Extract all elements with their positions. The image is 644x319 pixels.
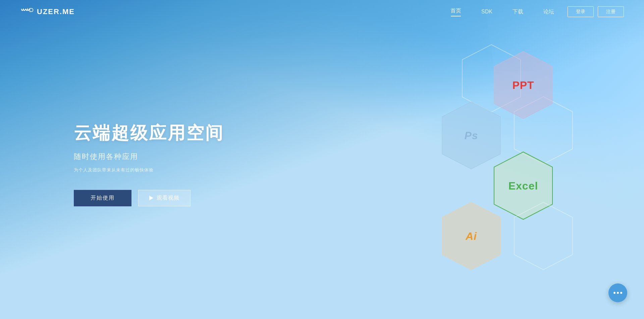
nav-active-indicator xyxy=(451,16,461,16)
logo-text: UZER.ME xyxy=(37,7,75,16)
chat-bubble[interactable] xyxy=(608,283,627,302)
video-button[interactable]: 观看视频 xyxy=(138,190,191,206)
nav-item-home[interactable]: 首页 xyxy=(450,7,461,16)
play-icon xyxy=(149,196,153,200)
logo[interactable]: UZER.ME xyxy=(20,7,75,16)
start-button[interactable]: 开始使用 xyxy=(74,190,131,206)
hero-content: 云端超级应用空间 随时使用各种应用 为个人及团队带来从未有过的畅快体验 开始使用… xyxy=(74,121,224,206)
login-button[interactable]: 登录 xyxy=(568,6,594,17)
video-button-label: 观看视频 xyxy=(157,195,179,202)
hex-outline-bottom xyxy=(513,201,574,271)
hero-subtitle: 随时使用各种应用 xyxy=(74,152,224,162)
svg-marker-6 xyxy=(514,202,573,270)
hero-section: UZER.ME 首页 SDK 下载 论坛 登录 注册 云端超级应用空间 随时使用… xyxy=(0,0,644,319)
nav-buttons: 登录 注册 xyxy=(568,6,624,17)
chat-dot-3 xyxy=(620,292,622,294)
nav-links: 首页 SDK 下载 论坛 xyxy=(450,7,554,16)
chat-dot-1 xyxy=(613,292,615,294)
navbar: UZER.ME 首页 SDK 下载 论坛 登录 注册 xyxy=(0,0,644,23)
chat-dot-2 xyxy=(617,292,619,294)
hex-ai[interactable]: Ai xyxy=(441,201,501,271)
hero-actions: 开始使用 观看视频 xyxy=(74,190,224,206)
nav-item-forum[interactable]: 论坛 xyxy=(543,8,554,15)
hero-title: 云端超级应用空间 xyxy=(74,121,224,145)
nav-item-download[interactable]: 下载 xyxy=(513,8,523,15)
hex-excel-label: Excel xyxy=(508,179,538,192)
hex-ai-label: Ai xyxy=(466,230,477,242)
register-button[interactable]: 注册 xyxy=(598,6,624,17)
hex-ps[interactable]: Ps xyxy=(441,101,501,170)
chat-dots xyxy=(613,292,622,294)
logo-icon xyxy=(20,7,34,16)
hex-ppt[interactable]: PPT xyxy=(493,50,553,120)
hex-ppt-label: PPT xyxy=(512,79,534,91)
hero-description: 为个人及团队带来从未有过的畅快体验 xyxy=(74,167,224,173)
hex-container: PPT Ps Excel Ai xyxy=(389,44,597,252)
nav-item-sdk[interactable]: SDK xyxy=(481,9,492,15)
hex-ps-label: Ps xyxy=(464,129,478,142)
